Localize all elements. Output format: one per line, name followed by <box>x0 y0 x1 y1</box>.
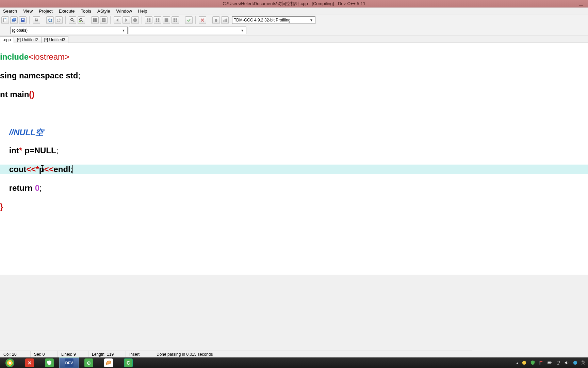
svg-point-8 <box>71 18 73 20</box>
menu-tools[interactable]: Tools <box>78 7 94 15</box>
menu-execute[interactable]: Execute <box>56 7 78 15</box>
profile-icon[interactable] <box>221 16 229 24</box>
chevron-down-icon: ▾ <box>309 18 314 22</box>
grid4-icon[interactable] <box>172 16 179 24</box>
svg-rect-19 <box>149 18 150 19</box>
compiler-combo[interactable]: TDM-GCC 4.9.2 32-bit Profiling ▾ <box>232 16 315 24</box>
tab-label: .cpp <box>3 37 11 42</box>
svg-rect-36 <box>226 18 227 22</box>
status-label: Lines: <box>61 352 72 357</box>
save-all-icon[interactable] <box>10 16 18 24</box>
code-token: p=NULL <box>22 146 56 155</box>
run-icon[interactable] <box>100 16 108 24</box>
code-token: ; <box>56 146 59 155</box>
svg-rect-20 <box>147 20 148 21</box>
tray-battery-icon[interactable] <box>547 360 552 365</box>
tray-flag-icon[interactable] <box>539 360 544 365</box>
tray-network-icon[interactable] <box>556 360 561 365</box>
svg-rect-27 <box>174 18 175 19</box>
code-token: endl <box>53 165 70 174</box>
grid2-icon[interactable] <box>154 16 161 24</box>
status-lines: Lines: 9 <box>58 351 88 357</box>
chevron-down-icon: ▾ <box>121 28 126 33</box>
compile-icon[interactable] <box>91 16 99 24</box>
code-token: * <box>19 146 22 155</box>
menu-project[interactable]: Project <box>36 7 55 15</box>
main-toolbar: TDM-GCC 4.9.2 32-bit Profiling ▾ <box>0 15 588 25</box>
taskbar-shield1[interactable] <box>39 357 59 368</box>
compiler-combo-text: TDM-GCC 4.9.2 32-bit Profiling <box>234 18 291 22</box>
menubar: Search View Project Execute Tools AStyle… <box>0 7 588 15</box>
code-token: ; <box>70 165 73 174</box>
undo-icon[interactable] <box>46 16 54 24</box>
taskbar-paint[interactable] <box>99 357 118 368</box>
menu-help[interactable]: Help <box>135 7 150 15</box>
status-value: 119 <box>107 352 114 357</box>
stop-icon[interactable] <box>131 16 139 24</box>
tab-untitled2[interactable]: [*] Untitled2 <box>14 36 41 43</box>
separator <box>182 16 182 24</box>
grid3-icon[interactable] <box>163 16 170 24</box>
taskbar-camtasia[interactable]: ⊙ <box>79 357 99 368</box>
code-token: include <box>0 52 29 61</box>
separator <box>65 16 66 24</box>
menu-window[interactable]: Window <box>113 7 135 15</box>
svg-rect-25 <box>158 20 159 21</box>
menu-view[interactable]: View <box>20 7 36 15</box>
code-token: ; <box>78 71 80 80</box>
minimize-button[interactable] <box>576 1 585 5</box>
separator <box>142 16 142 24</box>
tray-settings-icon[interactable] <box>573 360 578 365</box>
status-message: Done parsing in 0.015 seconds <box>153 351 472 357</box>
taskbar-app-green[interactable]: C <box>118 357 138 368</box>
menu-astyle[interactable]: AStyle <box>94 7 113 15</box>
tray-up-icon[interactable]: ▴ <box>516 361 518 365</box>
separator <box>43 16 44 24</box>
svg-rect-16 <box>103 19 105 21</box>
tray-bubble-icon[interactable] <box>522 360 527 365</box>
svg-rect-18 <box>147 18 148 19</box>
tab-untitled3[interactable]: [*] Untitled3 <box>41 36 68 43</box>
redo-icon[interactable] <box>55 16 63 24</box>
status-length: Length: 119 <box>88 351 126 357</box>
debug-icon[interactable] <box>212 16 220 24</box>
tray-volume-icon[interactable] <box>564 360 569 365</box>
save-icon[interactable] <box>19 16 27 24</box>
tray-ime[interactable]: 英 <box>581 360 585 366</box>
statusbar: Col: 20 Sel: 0 Lines: 9 Length: 119 Inse… <box>0 351 472 357</box>
status-value: 20 <box>12 352 16 357</box>
nav-back-icon[interactable] <box>114 16 121 24</box>
status-label: Col: <box>3 352 11 357</box>
taskbar-app-red[interactable]: ✕ <box>20 357 39 368</box>
taskbar-devcpp[interactable]: DEV <box>59 357 79 368</box>
check-icon[interactable] <box>185 16 193 24</box>
tab-label: [*] Untitled2 <box>17 37 38 42</box>
print-icon[interactable] <box>33 16 40 24</box>
grid1-icon[interactable] <box>145 16 152 24</box>
menu-search[interactable]: Search <box>0 7 20 15</box>
svg-rect-22 <box>156 18 157 19</box>
code-token: return <box>9 183 35 193</box>
separator <box>29 16 30 24</box>
find-icon[interactable] <box>69 16 76 24</box>
status-value: 9 <box>74 352 76 357</box>
scope-combo[interactable]: (globals) ▾ <box>10 27 128 34</box>
cancel-icon[interactable] <box>199 16 206 24</box>
separator <box>195 16 196 24</box>
replace-icon[interactable] <box>78 16 85 24</box>
tray-shield-icon[interactable] <box>530 360 535 365</box>
member-combo[interactable]: ▾ <box>129 27 246 34</box>
svg-marker-17 <box>133 18 137 22</box>
tab-file-cpp[interactable]: .cpp <box>0 36 14 43</box>
new-file-icon[interactable] <box>1 16 9 24</box>
code-token: <iostream> <box>29 52 69 61</box>
svg-point-37 <box>522 361 526 365</box>
taskbar-chrome[interactable] <box>0 357 20 368</box>
svg-rect-29 <box>174 20 175 21</box>
status-label: Length: <box>92 352 105 357</box>
nav-fwd-icon[interactable] <box>122 16 130 24</box>
window-title: C:\Users\Helen\Documents\访问空指针.cpp - [Co… <box>223 1 365 7</box>
svg-rect-12 <box>79 21 81 22</box>
code-token: } <box>0 202 3 211</box>
code-editor[interactable]: include<iostream> sing namespace std; nt… <box>0 43 588 275</box>
